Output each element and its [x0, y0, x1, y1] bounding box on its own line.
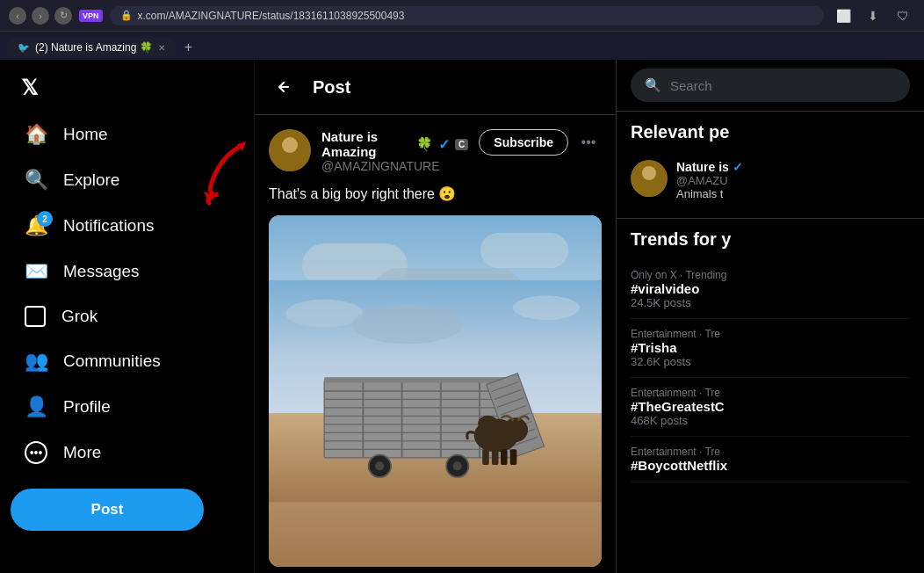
relevant-people-title: Relevant pe [631, 122, 910, 142]
tweet-actions: Subscribe ••• [479, 129, 602, 156]
sidebar-item-communities[interactable]: 👥 Communities [11, 339, 243, 383]
sidebar-item-notifications[interactable]: 🔔 2 Notifications [11, 204, 243, 248]
svg-point-25 [453, 461, 462, 470]
author-emoji: 🍀 [416, 136, 433, 152]
trend-category-2: Entertainment · Tre [631, 387, 910, 399]
profile-icon: 👤 [25, 395, 47, 418]
trailer-scene [269, 215, 602, 567]
svg-rect-38 [492, 449, 499, 465]
sidebar-item-explore[interactable]: 🔍 Explore [11, 158, 243, 202]
feed-scroll[interactable]: Nature is Amazing 🍀 ✓ C @AMAZINGNATURE S… [255, 115, 616, 573]
sidebar-item-label-messages: Messages [63, 262, 140, 281]
sidebar-item-more[interactable]: ••• More [11, 431, 243, 475]
svg-point-41 [478, 416, 498, 432]
person-avatar [631, 160, 668, 197]
reload-button[interactable]: ↻ [54, 7, 72, 25]
main-content: Post Nature is Amazing [255, 60, 617, 573]
sidebar-item-grok[interactable]: Grok [11, 295, 243, 337]
home-icon: 🏠 [25, 123, 47, 146]
trend-item-1[interactable]: Entertainment · Tre #Trisha 32.6K posts [631, 319, 910, 378]
grok-icon [25, 306, 46, 327]
search-bar: 🔍 [631, 69, 910, 102]
sidebar-logo[interactable]: 𝕏 [11, 67, 243, 109]
extensions-button[interactable]: 🛡 [891, 4, 915, 28]
trend-category-3: Entertainment · Tre [631, 446, 910, 458]
active-tab[interactable]: 🐦 (2) Nature is Amazing 🍀 ✕ [7, 38, 176, 57]
person-name: Nature is ✓ [676, 160, 743, 174]
post-title: Post [313, 77, 350, 98]
sidebar-item-label-explore: Explore [63, 170, 119, 190]
post-header: Post [255, 60, 616, 115]
app-layout: 𝕏 🏠 Home 🔍 Explore 🔔 2 Notifications ✉️ … [0, 60, 924, 573]
person-info: Nature is ✓ @AMAZU Animals t [676, 160, 743, 200]
screenshot-button[interactable]: ⬜ [831, 4, 855, 28]
svg-rect-37 [482, 449, 489, 465]
tab-title: (2) Nature is Amazing 🍀 [35, 41, 153, 54]
tweet-more-button[interactable]: ••• [575, 129, 602, 156]
tab-favicon: 🐦 [18, 42, 30, 54]
relevant-people-section: Relevant pe Nature is ✓ @AMAZU Animals [617, 112, 924, 218]
address-bar[interactable]: 🔒 x.com/AMAZINGNATURE/status/18316110389… [110, 6, 824, 25]
tab-close-button[interactable]: ✕ [158, 43, 165, 53]
svg-point-23 [375, 461, 384, 470]
url-text: x.com/AMAZINGNATURE/status/1831611038925… [138, 10, 405, 22]
sidebar-item-home[interactable]: 🏠 Home [11, 112, 243, 156]
relevant-person-item[interactable]: Nature is ✓ @AMAZU Animals t [631, 153, 910, 207]
browser-actions: ⬜ ⬇ 🛡 [831, 4, 915, 28]
author-avatar [269, 129, 311, 171]
browser-controls: ‹ › ↻ [9, 7, 72, 25]
sidebar-nav: 🏠 Home 🔍 Explore 🔔 2 Notifications ✉️ Me… [11, 112, 243, 475]
author-name-row: Nature is Amazing 🍀 ✓ C [321, 129, 468, 159]
download-button[interactable]: ⬇ [861, 4, 885, 28]
verified-icon: ✓ [438, 136, 450, 153]
svg-point-5 [352, 305, 463, 344]
forward-button[interactable]: › [32, 7, 49, 25]
author-name: Nature is Amazing [321, 129, 411, 159]
tweet-area: Nature is Amazing 🍀 ✓ C @AMAZINGNATURE S… [255, 115, 616, 573]
sidebar: 𝕏 🏠 Home 🔍 Explore 🔔 2 Notifications ✉️ … [0, 60, 255, 573]
trailer-svg [269, 215, 602, 567]
svg-point-1 [282, 137, 298, 153]
trend-name-3: #BoycottNetflix [631, 458, 910, 473]
trends-section: Trends for y Only on X · Trending #viral… [617, 218, 924, 493]
svg-rect-39 [501, 449, 508, 465]
person-handle: @AMAZU [676, 174, 743, 187]
svg-point-4 [285, 300, 363, 328]
search-icon: 🔍 [645, 77, 661, 93]
post-button[interactable]: Post [11, 489, 204, 531]
back-button[interactable]: ‹ [9, 7, 26, 25]
trend-item-2[interactable]: Entertainment · Tre #TheGreatestC 468K p… [631, 378, 910, 437]
trend-name-2: #TheGreatestC [631, 399, 910, 414]
svg-point-43 [642, 166, 656, 180]
subscribe-button[interactable]: Subscribe [479, 129, 568, 156]
browser-chrome: ‹ › ↻ VPN 🔒 x.com/AMAZINGNATURE/status/1… [0, 0, 924, 32]
svg-rect-21 [324, 377, 513, 382]
author-info: Nature is Amazing 🍀 ✓ C @AMAZINGNATURE [321, 129, 468, 173]
trend-count-1: 32.6K posts [631, 355, 910, 368]
sidebar-item-profile[interactable]: 👤 Profile [11, 385, 243, 429]
trend-category-1: Entertainment · Tre [631, 328, 910, 340]
right-sidebar: 🔍 Relevant pe Nature is ✓ [617, 60, 924, 573]
sidebar-item-messages[interactable]: ✉️ Messages [11, 250, 243, 294]
person-verified-icon: ✓ [733, 160, 743, 174]
messages-icon: ✉️ [25, 260, 47, 283]
new-tab-button[interactable]: + [179, 38, 198, 57]
tweet-image [269, 215, 602, 567]
sidebar-item-label-more: More [63, 443, 101, 462]
trend-count-0: 24.5K posts [631, 296, 910, 309]
person-avatar-image [631, 160, 668, 197]
sidebar-item-label-notifications: Notifications [63, 216, 155, 236]
avatar-image [269, 129, 311, 171]
search-input[interactable] [670, 78, 896, 93]
trend-item-0[interactable]: Only on X · Trending #viralvideo 24.5K p… [631, 260, 910, 319]
svg-point-6 [513, 295, 580, 320]
author-handle: @AMAZINGNATURE [321, 159, 468, 173]
more-icon: ••• [25, 441, 47, 464]
back-to-feed-button[interactable] [269, 72, 299, 102]
x-logo: 𝕏 [21, 76, 38, 99]
notifications-icon: 🔔 2 [25, 214, 47, 237]
person-desc: Animals t [676, 187, 743, 200]
notification-badge: 2 [37, 211, 53, 227]
sidebar-item-label-communities: Communities [63, 352, 161, 371]
trend-item-3[interactable]: Entertainment · Tre #BoycottNetflix [631, 437, 910, 482]
